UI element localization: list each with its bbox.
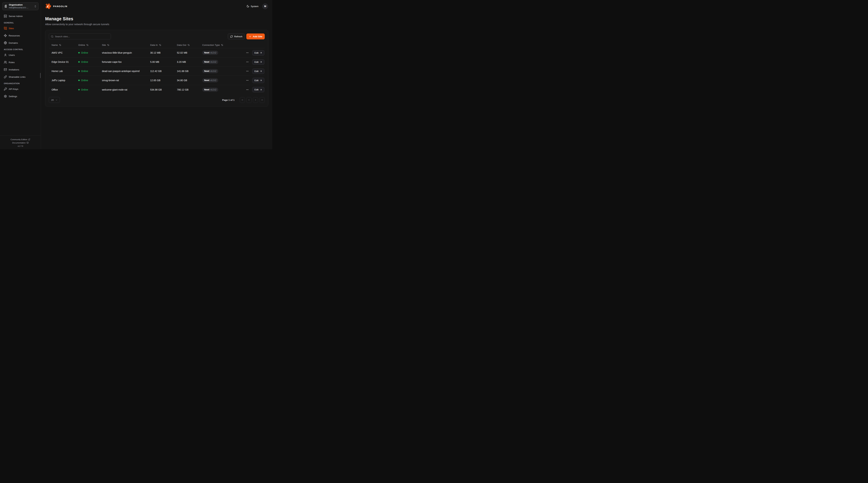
theme-toggle[interactable]: System <box>247 5 258 8</box>
edit-button[interactable]: Edit <box>252 59 265 65</box>
row-actions: Edit <box>242 78 265 83</box>
org-selector-value: milo@fossorial.io's ... <box>9 6 32 9</box>
add-site-button[interactable]: Add Site <box>246 33 265 39</box>
brand-name: PANGOLIN <box>53 5 67 8</box>
sidebar-item-settings[interactable]: Settings <box>2 94 38 99</box>
next-page-button[interactable] <box>253 97 258 103</box>
sidebar-item-label: Settings <box>9 95 17 98</box>
table-body: AWS VPC Online vivacious-little-blue-pen… <box>49 48 265 94</box>
row-menu-button[interactable] <box>245 88 249 92</box>
sidebar-item-users[interactable]: Users <box>2 52 38 58</box>
sidebar-item-api-keys[interactable]: API Keys <box>2 86 38 92</box>
page-info: Page 1 of 1 <box>222 99 235 101</box>
pagination: Page 1 of 1 <box>222 97 265 103</box>
ellipsis-icon <box>246 51 249 54</box>
column-header-name[interactable]: Name <box>49 44 75 46</box>
key-icon <box>4 88 7 91</box>
row-menu-button[interactable] <box>245 78 249 83</box>
avatar[interactable]: M <box>262 3 268 9</box>
edit-button[interactable]: Edit <box>252 68 265 74</box>
row-menu-button[interactable] <box>245 60 249 64</box>
external-link-icon <box>28 138 30 140</box>
connection-type-cell: Newt v1.3.2 <box>199 69 242 73</box>
column-header-online[interactable]: Online <box>75 44 99 46</box>
sidebar-item-server-admin[interactable]: Server Admin <box>2 13 38 19</box>
sidebar-item-domains[interactable]: Domains <box>2 40 38 45</box>
edit-label: Edit <box>254 70 258 72</box>
connection-type-cell: Newt v1.3.2 <box>199 60 242 64</box>
data-in-cell: 30.12 MB <box>147 51 174 54</box>
sidebar-item-resources[interactable]: Resources <box>2 33 38 38</box>
search-input[interactable] <box>55 35 109 38</box>
waypoints-icon <box>4 34 7 37</box>
chevrons-right-icon <box>261 99 264 101</box>
documentation-label: Documentation <box>12 142 26 144</box>
column-header-connection-type[interactable]: Connection Type <box>199 44 242 46</box>
connection-version: v1.3.2 <box>210 70 216 72</box>
data-out-cell: 3.20 MB <box>174 61 199 63</box>
column-header-data-out[interactable]: Data Out <box>174 44 199 46</box>
sidebar-item-label: Resources <box>9 34 20 37</box>
page-size-select[interactable]: 20 <box>49 97 60 103</box>
chevrons-up-down-icon <box>34 5 37 8</box>
sidebar-item-sites[interactable]: Sites <box>2 26 38 31</box>
row-actions: Edit <box>242 59 265 65</box>
edit-button[interactable]: Edit <box>252 87 265 92</box>
data-in-cell: 5.00 MB <box>147 61 174 63</box>
mail-check-icon <box>4 68 7 71</box>
table-row: Jeff's Laptop Online smug-brown-rat 12.6… <box>49 76 265 85</box>
sidebar-footer: Community Edition Documentation v1.7.0 <box>0 135 41 149</box>
page-title: Manage Sites <box>45 16 268 21</box>
site-name-cell: AWS VPC <box>49 51 75 54</box>
sidebar-item-label: API Keys <box>9 88 19 90</box>
app-version: v1.7.0 <box>0 145 41 147</box>
brand: PANGOLIN <box>45 3 67 9</box>
main-area: PANGOLIN System M Manage Sites Allow con… <box>41 0 272 149</box>
data-out-cell: 141.68 GB <box>174 70 199 72</box>
community-edition-link[interactable]: Community Edition <box>0 138 41 140</box>
sidebar-item-shareable-links[interactable]: Shareable Links <box>2 74 38 79</box>
online-status-dot <box>78 89 80 90</box>
previous-page-button[interactable] <box>246 97 252 103</box>
sidebar-item-roles[interactable]: Roles <box>2 60 38 65</box>
data-in-cell: 12.65 GB <box>147 79 174 82</box>
refresh-button[interactable]: Refresh <box>228 33 245 39</box>
page-header: Manage Sites Allow connectivity to your … <box>41 12 272 26</box>
ellipsis-icon <box>246 79 249 82</box>
online-status-dot <box>78 61 80 63</box>
connection-type-cell: Newt v1.3.2 <box>199 51 242 55</box>
documentation-link[interactable]: Documentation <box>0 142 41 144</box>
app-window: Organization milo@fossorial.io's ... Ser… <box>0 0 272 149</box>
connection-type-badge: Newt v1.3.2 <box>202 88 218 92</box>
sidebar-scrollbar-thumb[interactable] <box>40 73 41 78</box>
online-status-dot <box>78 79 80 81</box>
sort-icon <box>187 44 190 46</box>
row-menu-button[interactable] <box>245 51 249 55</box>
sidebar-item-label: Invitations <box>9 68 19 71</box>
connection-version: v1.3.2 <box>210 52 216 54</box>
refresh-icon <box>230 35 233 38</box>
first-page-button[interactable] <box>240 97 245 103</box>
connection-type-badge: Newt v1.3.2 <box>202 78 218 83</box>
online-status-label: Online <box>81 70 88 72</box>
data-in-cell: 534.98 GB <box>147 88 174 91</box>
table-row: Edge Device 01 Online fortunate-cape-fox… <box>49 57 265 67</box>
ellipsis-icon <box>246 70 249 72</box>
column-header-site[interactable]: Site <box>99 44 147 46</box>
theme-label: System <box>251 5 258 8</box>
server-icon <box>4 14 7 18</box>
edit-button[interactable]: Edit <box>252 78 265 83</box>
online-status-label: Online <box>81 51 88 54</box>
column-header-data-in[interactable]: Data In <box>147 44 174 46</box>
site-name-cell: Office <box>49 88 75 91</box>
site-name-cell: Home Lab <box>49 70 75 72</box>
connection-name: Newt <box>204 61 209 63</box>
last-page-button[interactable] <box>259 97 265 103</box>
ellipsis-icon <box>246 88 249 91</box>
org-selector[interactable]: Organization milo@fossorial.io's ... <box>2 2 38 10</box>
sidebar-item-invitations[interactable]: Invitations <box>2 67 38 72</box>
row-menu-button[interactable] <box>245 69 249 73</box>
sort-icon <box>59 44 61 46</box>
edit-button[interactable]: Edit <box>252 50 265 56</box>
site-name-cell: Edge Device 01 <box>49 61 75 63</box>
